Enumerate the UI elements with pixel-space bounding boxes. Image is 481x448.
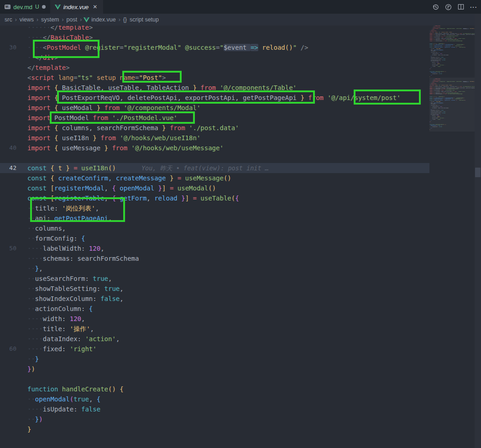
line-number <box>0 203 16 213</box>
code-line[interactable]: ··openModal(true, { <box>0 394 429 404</box>
line-number <box>0 113 16 123</box>
code-line[interactable]: import { useModal } from '@/components/M… <box>0 103 429 113</box>
chevron-right-icon: › <box>36 16 39 23</box>
line-number: 60 <box>0 344 16 354</box>
code-line[interactable]: const { createConfirm, createMessage } =… <box>0 173 429 183</box>
breadcrumb-symbol[interactable]: script setup <box>129 16 160 23</box>
code-line[interactable] <box>0 374 429 384</box>
code-line[interactable]: 30····<PostModel @register="registerModa… <box>0 42 429 53</box>
code-line[interactable]: import { BasicTable, useTable, TableActi… <box>0 83 429 93</box>
minimap[interactable]: ······</template>····</BasicTable>····<P… <box>429 26 475 448</box>
code-line[interactable]: ··api: getPostPageApi, <box>0 213 429 223</box>
code-text: }) <box>27 364 35 374</box>
code-line[interactable]: ··}, <box>0 264 429 274</box>
breadcrumb-file[interactable]: index.vue <box>90 16 117 23</box>
breadcrumb-src[interactable]: src <box>4 16 13 23</box>
code-line[interactable]: ····dataIndex: 'action', <box>0 334 429 344</box>
code-text: ··</div> <box>27 53 58 63</box>
line-number <box>0 32 16 42</box>
more-actions-icon[interactable]: ··· <box>470 3 477 11</box>
breadcrumb-views[interactable]: views <box>19 16 35 23</box>
code-line[interactable] <box>0 434 429 444</box>
code-text: const [registerTable, { getForm, reload … <box>27 193 239 203</box>
code-text: ····<PostModel @register="registerModal"… <box>27 42 308 53</box>
scrollbar-slider[interactable] <box>475 168 481 177</box>
minimap-viewport[interactable] <box>429 78 475 132</box>
code-line[interactable]: ··title: '岗位列表', <box>0 203 429 213</box>
code-line[interactable]: ··}) <box>0 414 429 424</box>
code-text: ····dataIndex: 'action', <box>27 334 120 344</box>
code-line[interactable]: 50····labelWidth: 120, <box>0 243 429 253</box>
line-number <box>0 274 16 284</box>
breadcrumb-post[interactable]: post <box>66 16 78 23</box>
code-text: import { useMessage } from '@/hooks/web/… <box>27 143 224 153</box>
tab-dev-md[interactable]: M↓ dev.md U <box>0 0 50 14</box>
split-editor-icon[interactable] <box>457 3 465 11</box>
run-graph-icon[interactable] <box>444 3 452 11</box>
line-number <box>0 153 16 163</box>
line-number <box>0 314 16 324</box>
line-number <box>0 63 16 73</box>
line-number <box>0 103 16 113</box>
code-text: ····width: 120, <box>27 314 85 324</box>
unsaved-dot-icon[interactable] <box>42 5 46 9</box>
code-line[interactable]: 40import { useMessage } from '@/hooks/we… <box>0 143 429 153</box>
code-text: ··columns, <box>27 223 66 233</box>
code-line[interactable]: ······</template> <box>0 26 429 32</box>
code-line[interactable]: } <box>0 424 429 434</box>
code-line[interactable]: ····</BasicTable> <box>0 32 429 42</box>
code-line[interactable]: ··actionColumn: { <box>0 304 429 314</box>
code-text: function handleCreate() { <box>27 384 124 394</box>
code-line[interactable]: ····width: 120, <box>0 314 429 324</box>
code-text: const { createConfirm, createMessage } =… <box>27 173 231 183</box>
code-text: import { useI18n } from '@/hooks/web/use… <box>27 133 200 143</box>
code-line[interactable]: const [registerTable, { getForm, reload … <box>0 193 429 203</box>
code-line[interactable]: ····isUpdate: false <box>0 404 429 414</box>
code-text: ····</BasicTable> <box>27 32 93 42</box>
line-number: 30 <box>0 42 16 53</box>
line-number <box>0 213 16 223</box>
breadcrumb: src › views › system › post › index.vue … <box>0 14 481 26</box>
code-line[interactable]: const [registerModal, { openModal }] = u… <box>0 183 429 193</box>
code-line[interactable]: <script lang="ts" setup name="Post"> <box>0 73 429 83</box>
code-line[interactable]: ··useSearchForm: true, <box>0 274 429 284</box>
code-line[interactable]: ····schemas: searchFormSchema <box>0 253 429 264</box>
code-line[interactable]: function handleCreate() { <box>0 384 429 394</box>
line-number <box>0 294 16 304</box>
code-text: ····labelWidth: 120, <box>27 243 105 253</box>
line-number <box>0 223 16 233</box>
code-line[interactable]: ··</div> <box>0 53 429 63</box>
vertical-scrollbar[interactable] <box>475 14 481 448</box>
history-icon[interactable] <box>432 3 439 11</box>
code-line[interactable] <box>0 153 429 163</box>
breadcrumb-system[interactable]: system <box>40 16 60 23</box>
code-text: ··useSearchForm: true, <box>27 274 112 284</box>
code-line[interactable]: ··} <box>0 354 429 364</box>
tab-label: dev.md <box>13 4 32 11</box>
code-line[interactable]: </template> <box>0 63 429 73</box>
code-line[interactable]: 60····fixed: 'right' <box>0 344 429 354</box>
close-icon[interactable]: ✕ <box>91 3 99 11</box>
code-line[interactable]: ····title: '操作', <box>0 324 429 334</box>
code-line[interactable]: ··formConfig: { <box>0 233 429 243</box>
chevron-right-icon: › <box>61 16 65 23</box>
line-number <box>0 434 16 444</box>
code-line[interactable]: ··showTableSetting: true, <box>0 284 429 294</box>
git-untracked-badge: U <box>35 4 39 10</box>
code-line[interactable]: import { columns, searchFormSchema } fro… <box>0 123 429 133</box>
line-number: 40 <box>0 143 16 153</box>
line-number <box>0 404 16 414</box>
code-line[interactable]: 42const { t } = useI18n()You, 昨天 • feat(… <box>0 163 429 173</box>
code-line[interactable]: }) <box>0 364 429 374</box>
markdown-icon: M↓ <box>5 5 10 9</box>
tab-index-vue[interactable]: index.vue ✕ <box>50 0 104 14</box>
code-line[interactable]: import { PostExportReqVO, deletePostApi,… <box>0 93 429 103</box>
code-line[interactable]: ··columns, <box>0 223 429 233</box>
code-line[interactable]: import { useI18n } from '@/hooks/web/use… <box>0 133 429 143</box>
code-line[interactable]: import PostModel from './PostModel.vue' <box>0 113 429 123</box>
code-text: ······</template> <box>27 26 93 32</box>
code-line[interactable]: ··showIndexColumn: false, <box>0 294 429 304</box>
code-text: <script lang="ts" setup name="Post"> <box>27 73 166 83</box>
code-editor[interactable]: ······</template>····</BasicTable>30····… <box>0 26 429 448</box>
tab-label: index.vue <box>63 4 89 11</box>
